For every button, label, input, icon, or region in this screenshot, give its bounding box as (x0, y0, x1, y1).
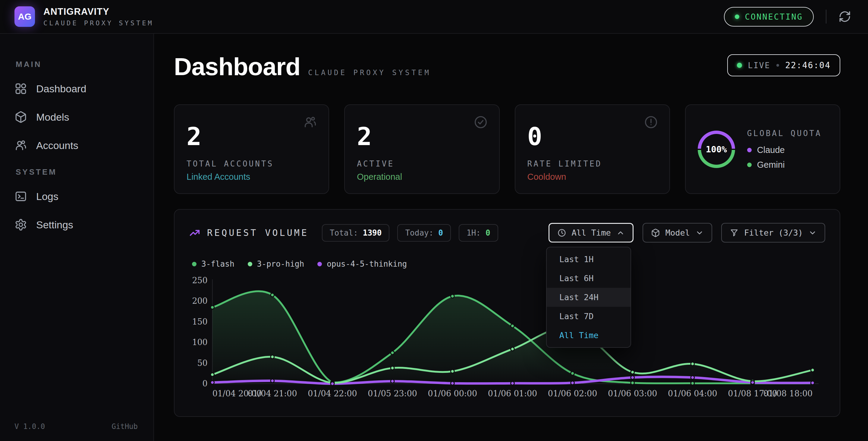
volume-chips: Total:1390Today:01H:0 (322, 224, 498, 242)
connection-status-badge: CONNECTING (724, 7, 814, 27)
svg-text:250: 250 (192, 276, 207, 285)
svg-text:01/05 23:00: 01/05 23:00 (368, 389, 417, 398)
live-separator-dot (776, 64, 779, 67)
refresh-icon[interactable] (838, 10, 851, 23)
svg-text:01/06 04:00: 01/06 04:00 (668, 389, 717, 398)
dropdown-item-last-6h[interactable]: Last 6H (547, 269, 630, 288)
series-legend-3-flash: 3-flash (192, 259, 235, 268)
panel-title: REQUEST VOLUME (207, 228, 309, 238)
sidebar-item-dashboard[interactable]: Dashboard (14, 82, 139, 95)
chip-value: 0 (438, 228, 443, 237)
app-subtitle: CLAUDE PROXY SYSTEM (43, 19, 154, 27)
volume-chip-1h: 1H:0 (459, 224, 498, 242)
svg-text:150: 150 (192, 317, 207, 326)
time-range-button[interactable]: All Time (549, 223, 633, 242)
stat-status: Cooldown (527, 172, 657, 182)
quota-legend-claude: Claude (747, 145, 822, 155)
github-link[interactable]: GitHub (112, 422, 138, 431)
svg-text:01/08 18:00: 01/08 18:00 (764, 389, 812, 398)
dropdown-item-last-24h[interactable]: Last 24H (547, 288, 630, 307)
legend-dot (747, 163, 752, 167)
time-range-dropdown: Last 1HLast 6HLast 24HLast 7DAll Time (546, 247, 631, 348)
legend-label: 3-pro-high (257, 259, 304, 268)
svg-text:50: 50 (197, 358, 208, 368)
sidebar-item-label: Models (36, 111, 69, 123)
filter-button[interactable]: Filter (3/3) (721, 223, 825, 242)
chart-legend: 3-flash3-pro-highopus-4-5-thinking (192, 259, 825, 268)
stat-card-total-accounts: 2TOTAL ACCOUNTSLinked Accounts (174, 105, 329, 194)
request-volume-panel: REQUEST VOLUME Total:1390Today:01H:0 (174, 209, 840, 417)
stat-status: Linked Accounts (187, 172, 316, 182)
sidebar-item-label: Dashboard (36, 83, 86, 95)
sidebar-item-accounts[interactable]: Accounts (14, 139, 139, 152)
chip-value: 1390 (363, 228, 382, 237)
svg-text:200: 200 (192, 296, 207, 305)
legend-label: opus-4-5-thinking (327, 259, 407, 268)
legend-label: Claude (757, 145, 785, 155)
chevron-down-icon (808, 229, 817, 237)
legend-label: 3-flash (201, 259, 235, 268)
stat-value: 2 (187, 124, 316, 149)
legend-dot (747, 148, 752, 152)
page-title: Dashboard (174, 53, 300, 81)
chip-label: Total: (330, 228, 358, 237)
alert-circle-icon (644, 115, 658, 129)
legend-dot (248, 262, 252, 266)
stat-value: 2 (357, 124, 487, 149)
terminal-icon (14, 190, 27, 203)
live-dot (737, 63, 742, 68)
legend-label: Gemini (757, 160, 785, 170)
svg-text:01/06 02:00: 01/06 02:00 (548, 389, 597, 398)
svg-text:01/04 22:00: 01/04 22:00 (308, 389, 357, 398)
cube-icon (14, 111, 27, 123)
sidebar-item-settings[interactable]: Settings (14, 218, 139, 231)
model-button-label: Model (665, 228, 690, 237)
stat-label: TOTAL ACCOUNTS (187, 159, 316, 168)
quota-donut: 100% (698, 130, 735, 168)
clock-icon (557, 228, 566, 237)
request-volume-chart: 05010015020025001/04 20:0001/04 21:0001/… (189, 276, 825, 405)
live-label: LIVE (748, 61, 771, 70)
stat-label: RATE LIMITED (527, 159, 657, 168)
dropdown-item-last-7d[interactable]: Last 7D (547, 307, 630, 326)
app-logo: AG (14, 6, 35, 27)
app-root: AG ANTIGRAVITY CLAUDE PROXY SYSTEM CONNE… (0, 0, 868, 441)
svg-text:01/04 21:00: 01/04 21:00 (248, 389, 297, 398)
svg-text:0: 0 (203, 379, 208, 388)
chip-value: 0 (486, 228, 490, 237)
global-quota-card: 100%GLOBAL QUOTAClaudeGemini (685, 105, 840, 194)
version-label: V 1.0.0 (14, 422, 45, 431)
live-badge: LIVE 22:46:04 (727, 54, 840, 76)
quota-label: GLOBAL QUOTA (747, 129, 822, 138)
model-filter-button[interactable]: Model (643, 223, 712, 242)
stat-card-active: 2ACTIVEOperational (344, 105, 499, 194)
quota-legend-gemini: Gemini (747, 160, 822, 170)
filter-button-label: Filter (3/3) (744, 228, 803, 237)
dropdown-item-all-time[interactable]: All Time (547, 326, 630, 345)
sidebar-item-label: Accounts (36, 140, 79, 151)
volume-chip-total: Total:1390 (322, 224, 390, 242)
page-subtitle: CLAUDE PROXY SYSTEM (308, 68, 431, 77)
app-title: ANTIGRAVITY (43, 6, 154, 17)
users-group-icon (303, 115, 317, 129)
sidebar-item-logs[interactable]: Logs (14, 190, 139, 203)
users-icon (14, 139, 27, 152)
svg-text:100: 100 (192, 337, 207, 347)
chip-label: 1H: (467, 228, 481, 237)
chevron-up-icon (616, 229, 625, 237)
top-header: AG ANTIGRAVITY CLAUDE PROXY SYSTEM CONNE… (0, 0, 868, 34)
connection-status-label: CONNECTING (745, 12, 803, 22)
header-divider (826, 10, 827, 24)
cube-icon (651, 228, 660, 237)
sidebar-section-label: MAIN (16, 60, 139, 69)
sidebar-item-models[interactable]: Models (14, 111, 139, 123)
gear-icon (14, 218, 27, 231)
main-content: Dashboard CLAUDE PROXY SYSTEM LIVE 22:46… (154, 34, 868, 441)
brand: ANTIGRAVITY CLAUDE PROXY SYSTEM (43, 6, 154, 27)
stat-label: ACTIVE (357, 159, 487, 168)
stat-card-rate-limited: 0RATE LIMITEDCooldown (515, 105, 670, 194)
series-legend-opus-4-5-thinking: opus-4-5-thinking (317, 259, 407, 268)
check-circle-icon (474, 115, 488, 129)
dropdown-item-last-1h[interactable]: Last 1H (547, 250, 630, 269)
stat-value: 0 (527, 124, 657, 149)
